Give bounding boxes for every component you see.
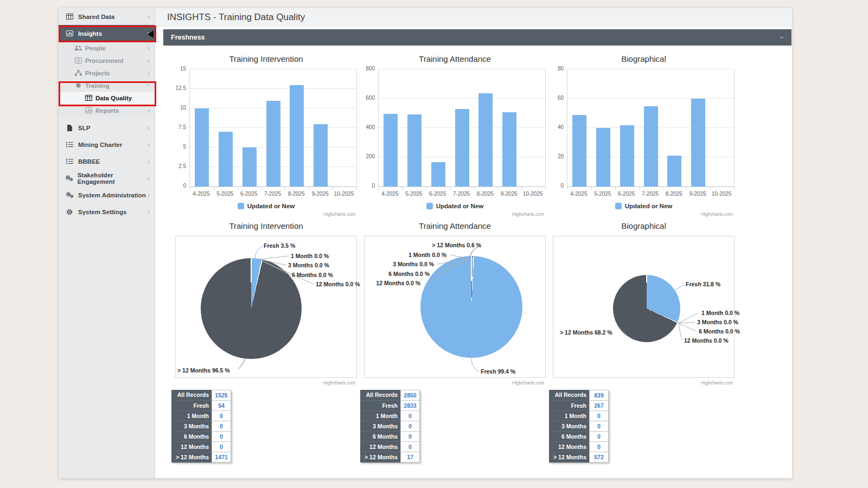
chart-title: Training Intervention — [175, 54, 357, 63]
table-row: 12 Months0 — [171, 442, 231, 452]
legend-label: Updated or New — [436, 203, 484, 209]
sidebar-item-projects[interactable]: Projects › — [59, 67, 155, 79]
legend-swatch-icon — [615, 203, 622, 209]
table-row: All Records2850 — [360, 390, 420, 401]
list-icon — [64, 158, 75, 164]
sidebar-item-label: Shared Data — [78, 14, 114, 20]
sidebar-item-stakeholder-engagement[interactable]: Stakeholder Engagement › — [59, 170, 155, 187]
pie-label: 3 Months 0.0 % — [288, 262, 329, 268]
table-row: > 12 Months17 — [360, 452, 420, 463]
chevron-right-icon: › — [148, 208, 150, 215]
pie-label: 12 Months 0.0 % — [316, 281, 360, 287]
highcharts-credit-link[interactable]: Highcharts.com — [553, 380, 735, 386]
freshness-content: Training Intervention 02.557.51012.515 4… — [155, 46, 792, 463]
pie-label: Fresh 31.8 % — [686, 281, 720, 287]
highcharts-credit-link[interactable]: Highcharts.com — [364, 380, 546, 386]
pie-chart-plot: > 12 Months 0.6 % 1 Month 0.0 % 3 Months… — [364, 236, 546, 378]
table-row: > 12 Months572 — [549, 452, 609, 463]
sidebar-item-data-quality[interactable]: Data Quality — [59, 92, 155, 104]
sidebar-item-mining-charter[interactable]: Mining Charter › — [59, 136, 155, 153]
pie-label: 6 Months 0.0 % — [292, 272, 333, 278]
sidebar-item-reports[interactable]: Reports › — [59, 104, 155, 117]
pie-label: 12 Months 0.0 % — [376, 280, 420, 286]
sidebar-item-label: Training — [85, 82, 110, 89]
chart-title: Biographical — [553, 54, 735, 63]
bar-charts-row: Training Intervention 02.557.51012.515 4… — [175, 53, 792, 217]
table-row: 1 Month0 — [360, 411, 420, 421]
sidebar-item-label: Insights — [78, 30, 102, 37]
chevron-right-icon: › — [148, 141, 150, 148]
chart-title: Training Attendance — [364, 54, 546, 63]
pie-label: 6 Months 0.0 % — [699, 328, 740, 335]
sidebar-item-system-settings[interactable]: System Settings › — [59, 203, 155, 220]
sidebar-item-shared-data[interactable]: Shared Data › — [59, 8, 155, 25]
bar-chart-plot: 020406080 4-20255-20256-20257-20258-2025… — [553, 69, 735, 197]
sidebar: Shared Data › Insights › People › Procur… — [59, 8, 155, 478]
table-row: 3 Months0 — [171, 421, 231, 432]
sidebar-item-people[interactable]: People › — [59, 42, 155, 54]
pie — [420, 256, 522, 358]
chevron-down-icon: › — [145, 32, 152, 34]
chevron-right-icon: › — [148, 175, 150, 182]
pie-label: Fresh 99.4 % — [481, 368, 515, 375]
pie-label: 1 Month 0.0 % — [409, 252, 446, 258]
pie-label: Fresh 3.5 % — [264, 242, 295, 249]
highcharts-credit-link[interactable]: Highcharts.com — [175, 380, 357, 386]
gear-icon — [64, 209, 75, 215]
table-row: 6 Months0 — [360, 432, 420, 442]
chart-title: Training Intervention — [175, 221, 357, 230]
freshness-table-training-intervention: All Records1525Fresh541 Month03 Months06… — [171, 390, 231, 463]
sidebar-item-label: BBBEE — [78, 158, 100, 165]
page-title: INSIGHTS - Training Data Quality — [167, 12, 305, 23]
legend-swatch-icon — [238, 203, 244, 209]
table-row: All Records839 — [549, 390, 609, 401]
table-icon — [64, 14, 75, 20]
bar-chart-panel-biographical: Biographical 020406080 4-20255-20256-202… — [553, 53, 735, 217]
sidebar-item-training[interactable]: Training › — [59, 79, 155, 92]
sitemap-icon — [74, 70, 82, 76]
sidebar-item-procurement[interactable]: Procurement › — [59, 54, 155, 67]
sidebar-item-system-administration[interactable]: System Administration › — [59, 187, 155, 203]
chevron-right-icon: › — [148, 69, 150, 76]
sidebar-item-bbbee[interactable]: BBBEE › — [59, 153, 155, 170]
table-row: 1 Month0 — [171, 411, 231, 421]
chevron-right-icon: › — [148, 191, 150, 198]
gears-icon — [64, 175, 74, 182]
sidebar-item-label: System Settings — [78, 209, 126, 215]
sidebar-item-label: People — [85, 45, 106, 52]
sidebar-item-label: Reports — [95, 107, 119, 114]
legend-label: Updated or New — [625, 203, 673, 209]
pie — [613, 275, 680, 342]
highcharts-credit-link[interactable]: Highcharts.com — [175, 211, 357, 217]
chart-legend[interactable]: Updated or New — [364, 203, 546, 209]
pie-chart-panel-biographical: Biographical Fresh 31.8 % 1 Month 0. — [553, 220, 735, 386]
sidebar-item-label: Data Quality — [95, 95, 132, 101]
pie-label: > 12 Months 0.6 % — [432, 242, 481, 248]
freshness-table-biographical: All Records839Fresh2671 Month03 Months06… — [549, 390, 609, 463]
chart-legend[interactable]: Updated or New — [175, 203, 357, 209]
highcharts-credit-link[interactable]: Highcharts.com — [553, 211, 735, 217]
sidebar-item-label: Procurement — [85, 57, 124, 64]
sidebar-item-label: Mining Charter — [78, 142, 122, 148]
chevron-right-icon: › — [148, 124, 150, 131]
chevron-right-icon: › — [148, 57, 150, 64]
chart-legend[interactable]: Updated or New — [553, 203, 735, 209]
freshness-section-header[interactable]: Freshness › — [163, 29, 792, 46]
pie-label: 1 Month 0.0 % — [701, 310, 739, 316]
pie-label: > 12 Months 96.5 % — [177, 367, 230, 374]
legend-label: Updated or New — [247, 203, 295, 209]
sidebar-item-insights[interactable]: Insights › — [59, 25, 155, 42]
chevron-down-icon: › — [778, 36, 787, 39]
table-row: Fresh2833 — [360, 401, 420, 411]
section-title: Freshness — [171, 34, 205, 41]
highcharts-credit-link[interactable]: Highcharts.com — [364, 211, 546, 217]
sidebar-item-label: System Administration — [78, 192, 146, 198]
bar-chart-icon — [84, 107, 93, 113]
pie-label: 6 Months 0.0 % — [388, 271, 430, 277]
table-icon — [84, 95, 93, 101]
table-row: 12 Months0 — [360, 442, 420, 452]
chevron-right-icon: › — [148, 158, 150, 165]
table-row: 3 Months0 — [360, 421, 420, 432]
sidebar-item-slp[interactable]: SLP › — [59, 119, 155, 136]
pie-label: 12 Months 0.0 % — [684, 337, 729, 344]
